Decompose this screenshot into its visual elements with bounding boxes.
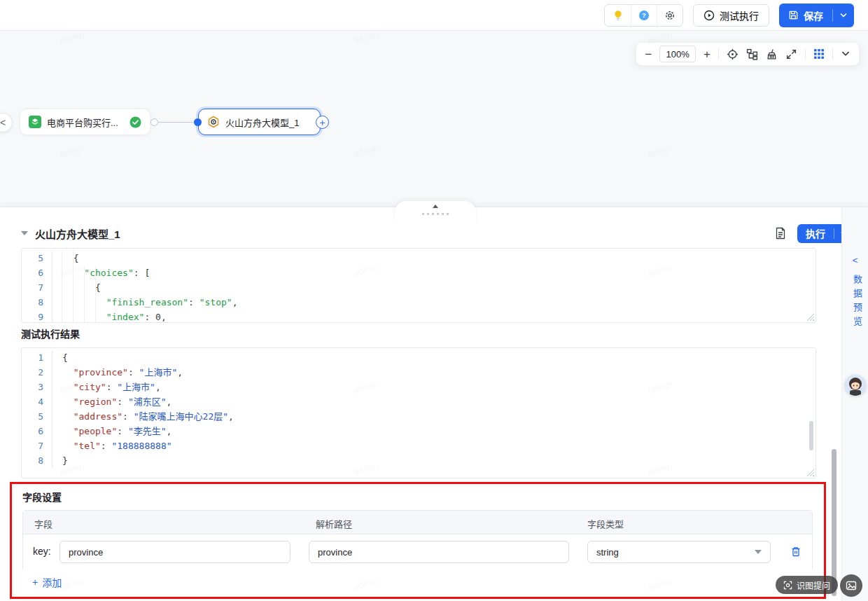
panel-drag-handle[interactable] bbox=[395, 201, 476, 223]
field-settings-section: 字段设置 字段 解析路径 字段类型 key: string + bbox=[10, 482, 826, 599]
component-grid-icon[interactable] bbox=[813, 48, 825, 60]
node-output-port[interactable] bbox=[150, 118, 158, 126]
panel-collapse-icon[interactable] bbox=[21, 231, 28, 235]
play-circle-icon bbox=[704, 10, 715, 21]
chevron-left-icon: < bbox=[853, 255, 858, 265]
workflow-canvas[interactable]: − + < 电商平台购买行... bbox=[0, 31, 868, 207]
result-json-editor[interactable]: 1{2 "province": "上海市",3 "city": "上海市",4 … bbox=[21, 347, 816, 478]
column-header-field: 字段 bbox=[34, 517, 52, 530]
tips-button[interactable] bbox=[605, 5, 631, 26]
node-label: 火山方舟大模型_1 bbox=[225, 116, 299, 129]
help-button[interactable]: ? bbox=[631, 5, 657, 26]
drag-dots-icon bbox=[395, 213, 476, 215]
test-run-button[interactable]: 测试执行 bbox=[693, 4, 769, 27]
code-line: 5 "address": "陆家嘴上海中心22层", bbox=[22, 409, 816, 424]
clear-canvas-icon[interactable] bbox=[766, 48, 778, 60]
canvas-left-collapse-button[interactable]: < bbox=[0, 113, 13, 132]
add-next-node-button[interactable]: + bbox=[316, 116, 329, 129]
vision-ask-button[interactable]: 识图提问 bbox=[776, 576, 838, 594]
save-label: 保存 bbox=[804, 8, 823, 22]
app-node-icon bbox=[29, 116, 41, 128]
code-line: 8 "finish_reason": "stop", bbox=[22, 295, 816, 310]
delete-row-button[interactable] bbox=[790, 546, 802, 558]
panel-scrollbar-thumb[interactable] bbox=[832, 449, 836, 596]
field-type-select[interactable]: string bbox=[587, 541, 771, 563]
code-line: 3 "city": "上海市", bbox=[22, 380, 816, 394]
field-name-input[interactable] bbox=[59, 541, 290, 563]
editor-resize-handle[interactable] bbox=[806, 469, 814, 476]
save-disk-icon bbox=[788, 10, 799, 20]
run-label: 执行 bbox=[806, 226, 825, 240]
toolbar-collapse-button[interactable] bbox=[841, 49, 850, 59]
canvas-toolbar: − + bbox=[636, 42, 860, 66]
field-settings-title: 字段设置 bbox=[22, 490, 62, 504]
save-button[interactable]: 保存 bbox=[779, 4, 832, 27]
run-button[interactable]: 执行 bbox=[797, 224, 834, 243]
right-rail: < 数据预览 bbox=[841, 207, 868, 601]
request-json-editor[interactable]: 5 {6 "choices": [7 {8 "finish_reason": "… bbox=[21, 248, 816, 323]
toolbar-divider bbox=[805, 48, 806, 60]
key-label: key: bbox=[33, 546, 51, 557]
zoom-out-button[interactable]: − bbox=[645, 48, 652, 60]
code-line: 9 "index": 0, bbox=[22, 310, 816, 323]
plus-icon: + bbox=[319, 118, 325, 127]
code-line: 1{ bbox=[22, 350, 816, 365]
field-type-value: string bbox=[596, 547, 619, 558]
vision-ask-label: 识图提问 bbox=[797, 579, 830, 591]
image-icon bbox=[846, 580, 857, 591]
test-result-label: 测试执行结果 bbox=[21, 326, 80, 340]
column-header-type: 字段类型 bbox=[587, 517, 624, 530]
save-split-button: 保存 bbox=[779, 4, 854, 27]
node-input-port[interactable] bbox=[194, 118, 202, 126]
parse-path-input[interactable] bbox=[309, 541, 569, 563]
zoom-level-input[interactable] bbox=[659, 46, 696, 62]
success-check-icon bbox=[130, 116, 141, 128]
model-hexagon-icon bbox=[207, 116, 220, 128]
auto-layout-icon[interactable] bbox=[746, 48, 758, 60]
column-header-path: 解析路径 bbox=[316, 517, 352, 530]
code-line: 6 "choices": [ bbox=[22, 265, 816, 280]
code-line: 4 "region": "浦东区", bbox=[22, 394, 816, 409]
panel-title: 火山方舟大模型_1 bbox=[35, 226, 120, 241]
toolbar-divider bbox=[832, 48, 833, 60]
plus-icon: + bbox=[32, 576, 38, 588]
toolbar-divider bbox=[718, 48, 719, 60]
triangle-up-icon bbox=[433, 205, 438, 208]
node-ecommerce-source[interactable]: 电商平台购买行... bbox=[20, 109, 150, 135]
chevron-left-icon: < bbox=[0, 117, 6, 128]
settings-button[interactable] bbox=[657, 5, 682, 26]
locate-center-icon[interactable] bbox=[727, 48, 738, 60]
code-line: 2 "province": "上海市", bbox=[22, 365, 816, 380]
gear-icon bbox=[664, 10, 676, 21]
image-question-button[interactable] bbox=[840, 574, 862, 597]
code-line: 7 { bbox=[22, 280, 816, 295]
data-preview-collapse-button[interactable]: < bbox=[842, 255, 868, 265]
code-line: 8} bbox=[22, 453, 816, 468]
test-run-label: 测试执行 bbox=[720, 8, 759, 22]
code-line: 5 { bbox=[22, 251, 816, 265]
zoom-in-button[interactable]: + bbox=[704, 48, 710, 60]
field-table-header: 字段 解析路径 字段类型 bbox=[23, 511, 812, 534]
panel-header: 火山方舟大模型_1 执行 bbox=[21, 223, 853, 244]
field-table: 字段 解析路径 字段类型 key: string bbox=[22, 510, 813, 569]
document-icon[interactable] bbox=[775, 227, 786, 240]
fit-view-icon[interactable] bbox=[785, 48, 797, 60]
scan-icon bbox=[783, 581, 792, 590]
edge-connection bbox=[158, 122, 195, 123]
utility-icon-group: ? bbox=[604, 4, 683, 27]
svg-text:?: ? bbox=[642, 11, 646, 19]
field-row: key: string bbox=[23, 534, 812, 569]
code-line: 6 "people": "李先生", bbox=[22, 424, 816, 438]
node-llm-model[interactable]: 火山方舟大模型_1 bbox=[198, 109, 321, 135]
save-more-button[interactable] bbox=[833, 4, 854, 27]
assistant-avatar[interactable] bbox=[845, 375, 866, 396]
question-icon: ? bbox=[638, 10, 650, 21]
node-config-panel: 火山方舟大模型_1 执行 5 {6 "choices": [7 {8 " bbox=[0, 207, 868, 601]
top-toolbar: ? 测试执行 保存 bbox=[0, 0, 868, 31]
editor-scrollbar-thumb[interactable] bbox=[809, 421, 813, 450]
data-preview-tab[interactable]: 数据预览 bbox=[850, 275, 864, 331]
caret-down-icon bbox=[755, 550, 762, 554]
lightbulb-icon bbox=[612, 10, 624, 21]
add-field-button[interactable]: + 添加 bbox=[32, 575, 62, 589]
code-line: 7 "tel": "188888888" bbox=[22, 438, 816, 453]
